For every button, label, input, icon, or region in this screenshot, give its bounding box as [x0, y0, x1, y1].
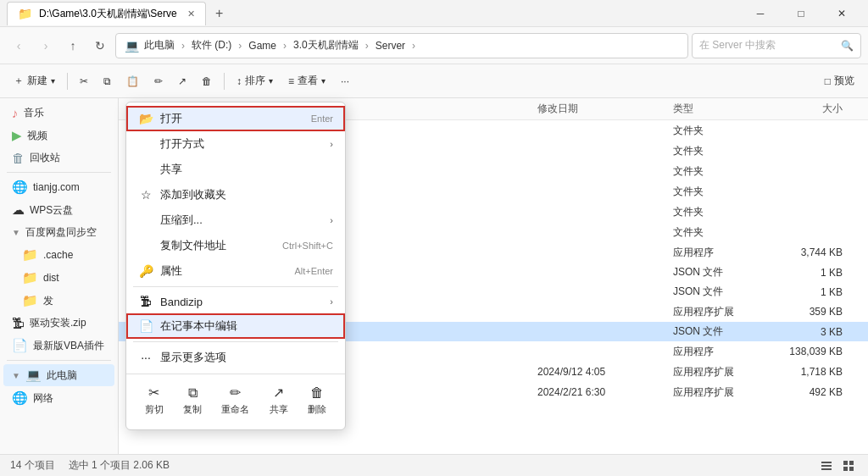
cm-open-label: 打开 — [160, 111, 182, 126]
view-button[interactable]: ≡ 查看 ▾ — [281, 70, 332, 91]
new-button[interactable]: ＋ 新建 ▾ — [7, 70, 62, 91]
svg-rect-0 — [821, 462, 832, 463]
sidebar-sep-2 — [7, 360, 111, 361]
action-sep-1 — [67, 73, 68, 90]
list-view-icon — [821, 460, 832, 472]
sidebar-item-driver[interactable]: 🗜 驱动安装.zip — [3, 313, 114, 334]
file-type: 文件夹 — [673, 225, 775, 240]
more-button[interactable]: ··· — [334, 72, 356, 91]
sidebar-label-music: 音乐 — [24, 106, 44, 120]
cm-open[interactable]: 📂 打开 Enter — [126, 106, 345, 131]
delete-button[interactable]: 🗑 — [195, 72, 219, 91]
cm-add-favorite[interactable]: ☆ 添加到收藏夹 — [126, 182, 345, 208]
file-type: 应用程序 — [673, 246, 775, 260]
close-button[interactable]: ✕ — [822, 0, 861, 27]
cm-copy[interactable]: ⧉ 复制 — [175, 382, 210, 419]
cm-share-action[interactable]: ↗ 共享 — [261, 381, 297, 419]
file-size: 3,744 KB — [775, 246, 860, 258]
tab-label: D:\Game\3.0天机剧情端\Serve — [39, 7, 177, 21]
new-label: 新建 — [27, 74, 47, 88]
rename-icon: ✏ — [154, 75, 163, 87]
sidebar-item-dist[interactable]: 📁 dist — [3, 267, 114, 289]
header-type[interactable]: 类型 — [673, 102, 775, 116]
header-size[interactable]: 大小 — [775, 102, 860, 116]
copy-button[interactable]: ⧉ — [97, 72, 118, 91]
file-type: 文件夹 — [673, 205, 775, 219]
file-type: 应用程序 — [673, 345, 775, 359]
cm-cut[interactable]: ✂ 剪切 — [136, 381, 172, 419]
breadcrumb-3day[interactable]: 3.0天机剧情端 — [293, 38, 359, 53]
forward-button[interactable]: › — [34, 34, 58, 58]
sidebar-label-dist: dist — [43, 272, 59, 284]
cm-edit-notepad[interactable]: 📄 在记事本中编辑 — [126, 313, 345, 339]
header-modified[interactable]: 修改日期 — [537, 102, 673, 116]
cm-delete[interactable]: 🗑 删除 — [299, 382, 335, 419]
sidebar-item-thispc[interactable]: ▼ 💻 此电脑 — [3, 364, 114, 386]
sidebar-item-recycle[interactable]: 🗑 回收站 — [3, 147, 114, 169]
share-action-icon: ↗ — [273, 385, 284, 401]
file-size: 3 KB — [775, 326, 860, 338]
cm-bandizip-label: Bandizip — [160, 296, 203, 308]
sidebar-label-tianjg: tianjg.com — [33, 181, 80, 193]
cm-cut-label: 剪切 — [145, 403, 164, 416]
file-type: 文件夹 — [673, 164, 775, 179]
breadcrumb-pc[interactable]: 此电脑 — [144, 38, 175, 53]
minimize-button[interactable]: ─ — [741, 0, 780, 27]
sidebar-item-vba[interactable]: 📄 最新版VBA插件 — [3, 335, 114, 357]
sidebar-item-wps[interactable]: ☁ WPS云盘 — [3, 199, 114, 221]
new-tab-button[interactable]: + — [209, 3, 230, 24]
list-view-button[interactable] — [817, 457, 836, 475]
sidebar-item-music[interactable]: ♪ 音乐 — [3, 102, 114, 124]
item-count: 14 个项目 — [10, 458, 55, 473]
share-button[interactable]: ↗ — [171, 72, 193, 91]
cm-share[interactable]: 共享 — [126, 157, 345, 182]
breadcrumb-sep-1: › — [181, 40, 185, 52]
up-button[interactable]: ↑ — [61, 34, 85, 58]
cm-bandizip[interactable]: 🗜 Bandizip › — [126, 290, 345, 313]
sidebar-item-fa[interactable]: 📁 发 — [3, 290, 114, 312]
paste-button[interactable]: 📋 — [120, 72, 146, 91]
breadcrumb-server[interactable]: Server — [376, 40, 405, 52]
file-size: 1 KB — [775, 286, 860, 298]
file-type: 文件夹 — [673, 124, 775, 138]
address-bar[interactable]: 💻 此电脑 › 软件 (D:) › Game › 3.0天机剧情端 › Serv… — [115, 33, 688, 58]
sidebar-item-network[interactable]: 🌐 网络 — [3, 387, 114, 409]
sidebar: ♪ 音乐 ▶ 视频 🗑 回收站 🌐 tianjg.com ☁ WPS云盘 ▼ 百… — [0, 98, 119, 454]
preview-button[interactable]: □ 预览 — [818, 70, 861, 91]
vba-icon: 📄 — [12, 338, 28, 353]
search-placeholder: 在 Server 中搜索 — [699, 38, 776, 53]
driver-icon: 🗜 — [12, 316, 25, 330]
sort-button[interactable]: ↕ 排序 ▾ — [230, 70, 280, 91]
sidebar-item-video[interactable]: ▶ 视频 — [3, 125, 114, 147]
sidebar-item-cache[interactable]: 📁 .cache — [3, 244, 114, 266]
cm-properties[interactable]: 🔑 属性 Alt+Enter — [126, 258, 345, 284]
file-modified: 2024/2/21 6:30 — [537, 386, 673, 398]
cm-share-label: 共享 — [160, 162, 182, 177]
search-bar[interactable]: 在 Server 中搜索 🔍 — [692, 33, 861, 58]
grid-view-button[interactable] — [839, 457, 858, 475]
breadcrumb-game[interactable]: Game — [248, 40, 276, 52]
cm-action-bar: ✂ 剪切 ⧉ 复制 ✏ 重命名 ↗ 共享 🗑 删除 — [126, 374, 345, 426]
back-button[interactable]: ‹ — [7, 34, 31, 58]
fa-icon: 📁 — [22, 293, 38, 308]
sidebar-item-baidu[interactable]: ▼ 百度网盘同步空 — [3, 222, 114, 243]
cm-add-favorite-label: 添加到收藏夹 — [160, 187, 226, 202]
cm-properties-label: 属性 — [160, 263, 182, 279]
cm-compress-arrow: › — [330, 215, 333, 225]
refresh-button[interactable]: ↻ — [88, 34, 112, 58]
cm-more-options[interactable]: ··· 显示更多选项 — [126, 345, 345, 370]
rename-button[interactable]: ✏ — [147, 72, 170, 91]
cm-delete-label: 删除 — [308, 403, 326, 416]
cm-rename[interactable]: ✏ 重命名 — [213, 381, 258, 419]
cm-copy-path[interactable]: 复制文件地址 Ctrl+Shift+C — [126, 233, 345, 258]
cm-compress[interactable]: 压缩到... › — [126, 208, 345, 233]
file-size: 1,718 KB — [775, 366, 860, 378]
sidebar-item-tianjg[interactable]: 🌐 tianjg.com — [3, 176, 114, 198]
maximize-button[interactable]: □ — [782, 0, 821, 27]
cm-open-with[interactable]: 打开方式 › — [126, 131, 345, 157]
cut-button[interactable]: ✂ — [73, 72, 95, 91]
breadcrumb-d[interactable]: 软件 (D:) — [192, 38, 231, 53]
context-menu: 📂 打开 Enter 打开方式 › 共享 ☆ 添加到收藏夹 压缩到... › 复… — [125, 102, 346, 430]
explorer-tab[interactable]: 📁 D:\Game\3.0天机剧情端\Serve ✕ — [7, 2, 206, 25]
tab-close-button[interactable]: ✕ — [187, 8, 195, 19]
